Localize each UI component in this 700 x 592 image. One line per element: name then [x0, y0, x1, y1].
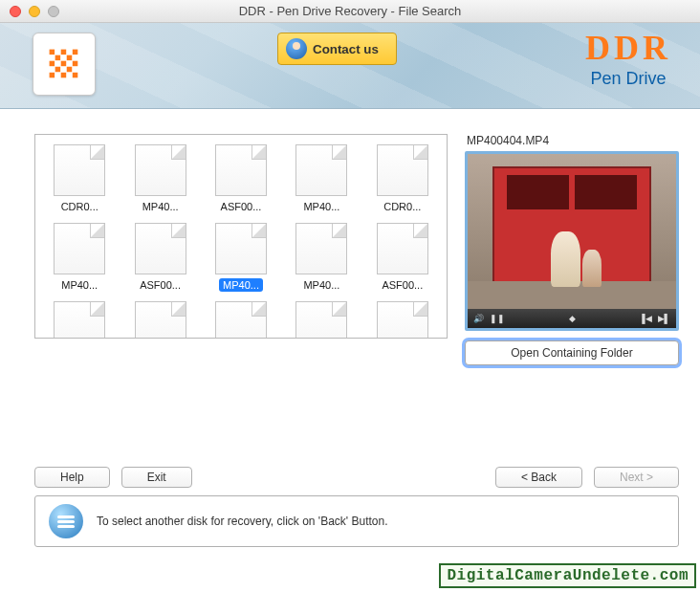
file-label: MP40... [299, 278, 343, 292]
file-item[interactable]: CDR0... [366, 144, 439, 213]
logo-icon [43, 43, 85, 85]
file-icon [215, 301, 267, 339]
file-label: MP40... [139, 200, 183, 213]
svg-rect-11 [55, 67, 61, 73]
file-label: ASF00... [136, 278, 185, 292]
file-item[interactable]: ASF00... [205, 144, 277, 213]
file-icon [135, 144, 186, 196]
preview-panel: MP400404.MP4 🔊❚❚ ◆ ▐◀▶▌ Open Containing … [465, 134, 679, 365]
app-logo[interactable] [33, 33, 96, 96]
svg-rect-0 [50, 50, 55, 55]
file-icon [377, 301, 428, 339]
pause-icon[interactable]: ❚❚ [490, 314, 505, 323]
file-label: MP40... [57, 278, 101, 292]
preview-frame [468, 154, 676, 309]
file-label: CDR0... [57, 200, 102, 213]
file-label: MP40... [219, 278, 263, 292]
window-title: DDR - Pen Drive Recovery - File Search [0, 4, 700, 18]
file-icon [54, 301, 105, 339]
file-item[interactable]: ASF00... [123, 223, 196, 292]
svg-rect-9 [55, 55, 61, 61]
back-button[interactable]: < Back [495, 467, 582, 488]
file-item[interactable] [285, 301, 358, 339]
volume-icon[interactable]: 🔊 [473, 314, 484, 323]
scrubber-icon[interactable]: ◆ [569, 314, 576, 323]
file-icon [54, 223, 105, 274]
file-item[interactable] [366, 301, 439, 339]
file-icon [295, 301, 347, 339]
file-item[interactable] [123, 301, 196, 339]
file-results-panel[interactable]: CDR0...MP40...ASF00...MP40...CDR0...MP40… [34, 134, 448, 339]
video-controls[interactable]: 🔊❚❚ ◆ ▐◀▶▌ [468, 309, 676, 328]
file-icon [54, 144, 105, 196]
file-label: ASF00... [217, 200, 266, 213]
svg-rect-2 [73, 50, 78, 55]
svg-rect-1 [61, 50, 66, 55]
person-icon [286, 38, 307, 59]
file-item[interactable] [43, 301, 116, 339]
file-item[interactable]: MP40... [285, 144, 358, 213]
svg-rect-3 [50, 61, 55, 66]
file-item[interactable]: MP40... [285, 223, 358, 292]
file-item[interactable]: MP40... [43, 223, 116, 292]
contact-label: Contact us [313, 42, 379, 56]
file-icon [215, 144, 267, 196]
watermark: DigitalCameraUndelete.com [439, 563, 696, 588]
file-item[interactable]: MP40... [123, 144, 196, 213]
brand-title: DDR [585, 31, 671, 65]
info-text: To select another disk for recovery, cli… [97, 515, 388, 528]
file-label: MP40... [299, 200, 343, 213]
svg-rect-6 [50, 73, 55, 78]
file-item[interactable]: CDR0... [43, 144, 116, 213]
preview-filename: MP400404.MP4 [465, 134, 679, 147]
help-button[interactable]: Help [34, 467, 110, 488]
contact-us-button[interactable]: Contact us [277, 33, 397, 65]
file-item[interactable] [205, 301, 277, 339]
svg-rect-12 [67, 67, 73, 73]
file-item[interactable]: ASF00... [366, 223, 439, 292]
next-button: Next > [594, 467, 679, 488]
titlebar: DDR - Pen Drive Recovery - File Search [0, 0, 700, 23]
exit-button[interactable]: Exit [121, 467, 192, 488]
header-banner: Contact us DDR Pen Drive [0, 23, 700, 109]
svg-rect-4 [61, 61, 66, 66]
video-preview[interactable]: 🔊❚❚ ◆ ▐◀▶▌ [465, 151, 679, 331]
file-label: ASF00... [378, 278, 427, 292]
file-icon [377, 144, 428, 196]
open-containing-folder-button[interactable]: Open Containing Folder [465, 340, 679, 365]
brand-block: DDR Pen Drive [585, 31, 671, 89]
file-icon [135, 301, 186, 339]
file-icon [377, 223, 428, 274]
file-label: CDR0... [380, 200, 425, 213]
file-icon [215, 223, 267, 274]
file-item[interactable]: MP40... [205, 223, 277, 292]
prev-icon[interactable]: ▐◀ [639, 314, 651, 323]
svg-rect-8 [73, 73, 78, 78]
file-icon [295, 223, 347, 274]
svg-rect-7 [61, 73, 66, 78]
next-icon[interactable]: ▶▌ [658, 314, 670, 323]
brand-subtitle: Pen Drive [585, 69, 671, 89]
svg-rect-5 [73, 61, 78, 66]
svg-rect-10 [67, 55, 73, 61]
file-icon [295, 144, 347, 196]
info-panel: To select another disk for recovery, cli… [34, 495, 679, 547]
file-icon [135, 223, 186, 274]
info-icon [49, 504, 83, 538]
